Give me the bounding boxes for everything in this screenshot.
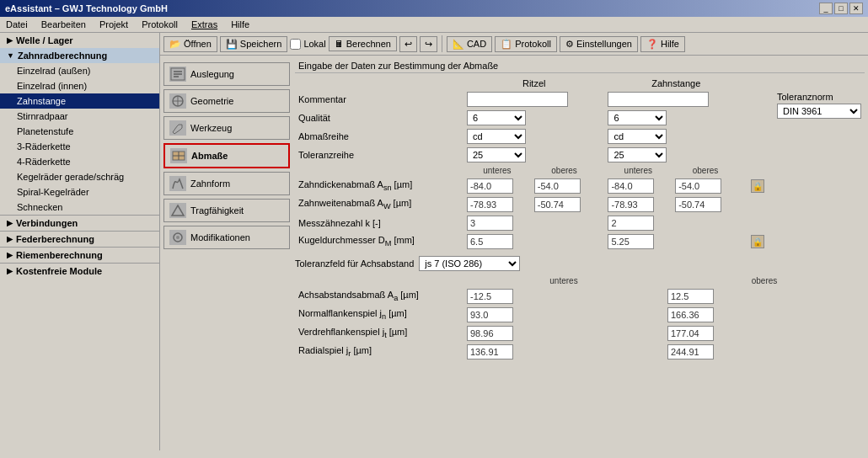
tab-auslegung-label: Auslegung bbox=[190, 69, 234, 79]
zahndicken-r-unteres[interactable] bbox=[467, 178, 513, 194]
toleranzreihe-ritzel-select[interactable]: 25 bbox=[467, 147, 526, 162]
sidebar-item-4-raederkette[interactable]: 4-Räderkette bbox=[0, 154, 159, 169]
sidebar-item-planetenstufe[interactable]: Planetenstufe bbox=[0, 124, 159, 139]
save-button[interactable]: 💾 Speichern bbox=[220, 36, 288, 52]
radialspiel-unteres[interactable] bbox=[467, 344, 513, 359]
modifikationen-icon bbox=[169, 230, 186, 245]
section-title: Eingabe der Daten zur Bestimmung der Abm… bbox=[295, 59, 865, 73]
sidebar-item-einzelrad-aussen[interactable]: Einzelrad (außen) bbox=[0, 63, 159, 78]
zahnweiten-r-oberes[interactable] bbox=[534, 197, 581, 212]
zahnweiten-z-oberes[interactable] bbox=[675, 197, 721, 212]
tab-geometrie[interactable]: Geometrie bbox=[163, 89, 290, 113]
sidebar-label: 3-Räderkette bbox=[17, 141, 71, 152]
zahnweiten-z-unteres[interactable] bbox=[608, 197, 654, 212]
kugeldurchmesser-row: Kugeldurchmesser DM [mm] 🔒 bbox=[295, 232, 865, 251]
toleranzreihe-zahnstange-select[interactable]: 25 bbox=[608, 147, 667, 162]
hilfe-button[interactable]: ❓ Hilfe bbox=[640, 36, 685, 52]
menu-projekt[interactable]: Projekt bbox=[97, 19, 131, 30]
sidebar-item-3-raederkette[interactable]: 3-Räderkette bbox=[0, 139, 159, 154]
tab-auslegung[interactable]: Auslegung bbox=[163, 62, 290, 86]
berechnen-button[interactable]: 🖩 Berechnen bbox=[329, 36, 397, 51]
menu-protokoll[interactable]: Protokoll bbox=[139, 19, 180, 30]
sidebar-item-kegelraeder[interactable]: Kegelräder gerade/schräg bbox=[0, 169, 159, 184]
tab-werkzeug-label: Werkzeug bbox=[190, 123, 232, 133]
sidebar-item-federberechnung[interactable]: ▶ Federberechnung bbox=[0, 231, 159, 247]
protokoll-button[interactable]: 📋 Protokoll bbox=[495, 36, 557, 52]
arrow-right-icon: ▶ bbox=[7, 36, 13, 45]
sidebar-item-zahnradberechnung[interactable]: ▼ Zahnradberechnung bbox=[0, 48, 159, 63]
sidebar-item-verbindungen[interactable]: ▶ Verbindungen bbox=[0, 215, 159, 231]
sidebar-item-spiral-kegelraeder[interactable]: Spiral-Kegelräder bbox=[0, 184, 159, 200]
lokal-checkbox-input[interactable] bbox=[290, 39, 301, 50]
sidebar-item-stirnradpaar[interactable]: Stirnradpaar bbox=[0, 109, 159, 124]
cad-label: CAD bbox=[467, 39, 486, 49]
abmassreihe-zahnstange-select[interactable]: cd bbox=[608, 129, 667, 144]
arrow-right-icon: ▶ bbox=[7, 219, 13, 227]
radialspiel-oberes[interactable] bbox=[667, 344, 714, 359]
sidebar: ▶ Welle / Lager ▼ Zahnradberechnung Einz… bbox=[0, 33, 160, 450]
tolerance-norm-section: Toleranznorm DIN 3961 bbox=[777, 92, 861, 119]
normalflanken-unteres[interactable] bbox=[467, 307, 513, 322]
zahndicken-z-oberes[interactable] bbox=[675, 178, 721, 194]
zahnform-icon bbox=[169, 176, 186, 191]
tab-modifikationen[interactable]: Modifikationen bbox=[163, 226, 290, 249]
tab-zahnform-label: Zahnform bbox=[190, 178, 230, 189]
lokal-checkbox[interactable]: Lokal bbox=[290, 39, 325, 50]
sidebar-item-einzelrad-innen[interactable]: Einzelrad (innen) bbox=[0, 78, 159, 93]
zahndicken-z-unteres[interactable] bbox=[608, 178, 654, 194]
menu-datei[interactable]: Datei bbox=[3, 19, 30, 30]
abmassreihe-ritzel-select[interactable]: cd bbox=[467, 129, 526, 144]
menu-bearbeiten[interactable]: Bearbeiten bbox=[39, 19, 88, 30]
normalflankenspiel-label: Normalflankenspiel jn [µm] bbox=[295, 306, 463, 324]
kugel-z[interactable] bbox=[608, 234, 654, 249]
lock-icon-2[interactable]: 🔒 bbox=[751, 235, 764, 248]
messzaehnezahl-z[interactable] bbox=[608, 216, 654, 231]
redo-button[interactable]: ↪ bbox=[420, 36, 437, 52]
arrow-right-icon: ▶ bbox=[7, 267, 13, 275]
right-panel: Eingabe der Daten zur Bestimmung der Abm… bbox=[295, 59, 865, 447]
sidebar-item-kostenfreie-module[interactable]: ▶ Kostenfreie Module bbox=[0, 263, 159, 279]
close-button[interactable]: ✕ bbox=[849, 3, 863, 14]
achsabstand-oberes[interactable] bbox=[667, 289, 714, 304]
kommentar-zahnstange-input[interactable] bbox=[608, 92, 709, 107]
toleranznorm-select[interactable]: DIN 3961 bbox=[777, 104, 861, 119]
sidebar-item-schnecken[interactable]: Schnecken bbox=[0, 200, 159, 215]
cad-button[interactable]: 📐 CAD bbox=[447, 36, 492, 52]
qualitaet-ritzel-select[interactable]: 6 bbox=[467, 110, 526, 125]
tab-tragfahigkeit[interactable]: Tragfähigkeit bbox=[163, 199, 290, 222]
lock-icon-1[interactable]: 🔒 bbox=[751, 179, 764, 193]
undo-button[interactable]: ↩ bbox=[399, 36, 417, 52]
messzaehnezahl-row: Messzähnezahl k [-] bbox=[295, 214, 865, 232]
einstellungen-button[interactable]: ⚙ Einstellungen bbox=[560, 36, 638, 52]
kugel-r[interactable] bbox=[467, 234, 513, 249]
tab-werkzeug[interactable]: Werkzeug bbox=[163, 116, 290, 140]
menu-bar: Datei Bearbeiten Projekt Protokoll Extra… bbox=[0, 17, 868, 33]
radialspiel-row: Radialspiel jr [µm] bbox=[295, 343, 865, 361]
qualitaet-zahnstange-select[interactable]: 6 bbox=[608, 110, 667, 125]
achsabstand-unteres[interactable] bbox=[467, 289, 513, 304]
toleranzfeld-select[interactable]: js 7 (ISO 286) bbox=[419, 256, 520, 271]
zahnweitenabmass-row: Zahnweitenabmaß AW [µm] bbox=[295, 195, 865, 214]
menu-extras[interactable]: Extras bbox=[189, 19, 220, 30]
sidebar-item-zahnstange[interactable]: Zahnstange bbox=[0, 93, 159, 109]
normalflanken-oberes[interactable] bbox=[667, 307, 714, 322]
abmasse-icon bbox=[170, 148, 187, 163]
normalflankenspiel-row: Normalflankenspiel jn [µm] bbox=[295, 306, 865, 324]
bottom-form-table: unteres oberes Achsabstandsabmaß Aa [µm]… bbox=[295, 274, 865, 361]
sidebar-label: Stirnradpaar bbox=[17, 111, 68, 121]
zahndicken-r-oberes[interactable] bbox=[534, 178, 581, 194]
kommentar-ritzel-input[interactable] bbox=[467, 92, 568, 107]
sidebar-item-welle-lager[interactable]: ▶ Welle / Lager bbox=[0, 33, 159, 48]
minimize-button[interactable]: _ bbox=[819, 3, 833, 14]
tab-zahnform[interactable]: Zahnform bbox=[163, 172, 290, 195]
tab-abmasse[interactable]: Abmaße bbox=[163, 143, 290, 168]
maximize-button[interactable]: □ bbox=[834, 3, 848, 14]
sub-header-row: unteres oberes unteres oberes bbox=[295, 164, 865, 177]
messzaehnezahl-r[interactable] bbox=[467, 216, 513, 231]
open-button[interactable]: 📂 Öffnen bbox=[163, 36, 217, 52]
sidebar-item-riemenberechnung[interactable]: ▶ Riemenberechnung bbox=[0, 247, 159, 263]
menu-hilfe[interactable]: Hilfe bbox=[228, 19, 252, 30]
verdrehflanken-unteres[interactable] bbox=[467, 326, 513, 341]
verdrehflanken-oberes[interactable] bbox=[667, 326, 714, 341]
zahnweiten-r-unteres[interactable] bbox=[467, 197, 513, 212]
